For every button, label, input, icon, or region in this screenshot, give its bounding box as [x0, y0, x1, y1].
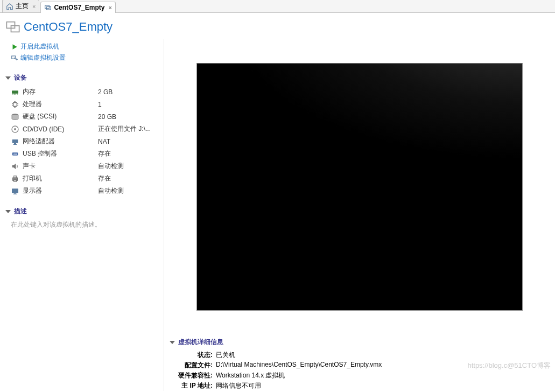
watermark: https://blog.c@51CTO博客 [467, 361, 551, 370]
power-on-link[interactable]: 开启此虚拟机 [11, 41, 160, 52]
device-label: 网络适配器 [23, 137, 98, 146]
device-label: 处理器 [23, 100, 98, 109]
device-label: 硬盘 (SCSI) [23, 112, 98, 121]
tab-vm[interactable]: CentOS7_Empty × [40, 2, 115, 13]
close-icon[interactable]: × [108, 4, 111, 11]
svg-rect-9 [17, 93, 17, 94]
network-icon [11, 137, 19, 146]
vm-icon [44, 4, 52, 11]
settings-icon [11, 54, 18, 62]
detail-label: 状态: [170, 351, 213, 360]
tab-home[interactable]: 主页 × [2, 0, 39, 12]
device-value: 20 GB [98, 113, 116, 121]
device-row-display[interactable]: 显示器 自动检测 [5, 185, 160, 197]
vm-header: CentOS7_Empty [0, 13, 555, 39]
device-value: 正在使用文件 J:\... [98, 124, 151, 134]
svg-rect-0 [45, 5, 50, 9]
device-label: CD/DVD (IDE) [23, 125, 98, 133]
svg-rect-1 [47, 6, 51, 10]
main-panel: 虚拟机详细信息 状态: 已关机 配置文件: D:\Virtual Machine… [164, 39, 555, 391]
memory-icon [11, 88, 19, 96]
tabs-bar: 主页 × CentOS7_Empty × [0, 0, 555, 13]
detail-label: 主 IP 地址: [170, 381, 213, 390]
chevron-down-icon [170, 341, 175, 344]
close-icon[interactable]: × [32, 3, 36, 10]
device-label: 声卡 [23, 162, 98, 171]
svg-rect-23 [14, 193, 16, 193]
device-value: 1 [98, 101, 102, 108]
detail-label: 配置文件: [170, 361, 213, 370]
chevron-down-icon [5, 76, 11, 80]
section-title: 设备 [14, 73, 27, 82]
device-row-usb[interactable]: USB USB 控制器 存在 [5, 148, 160, 160]
device-label: 显示器 [23, 186, 98, 195]
home-icon [6, 3, 13, 10]
device-label: 内存 [23, 87, 98, 96]
device-value: 自动检测 [98, 162, 124, 171]
section-title: 描述 [14, 207, 27, 216]
device-row-network[interactable]: 网络适配器 NAT [5, 135, 160, 148]
vm-title: CentOS7_Empty [24, 20, 113, 34]
svg-rect-6 [12, 93, 13, 94]
device-label: USB 控制器 [23, 149, 98, 158]
cpu-icon [11, 100, 19, 109]
device-row-cpu[interactable]: 处理器 1 [5, 98, 160, 110]
action-label: 编辑虚拟机设置 [20, 53, 66, 62]
preview-area [164, 39, 555, 333]
svg-rect-8 [16, 93, 16, 94]
svg-rect-10 [13, 102, 17, 106]
svg-rect-5 [12, 90, 18, 93]
vm-screen-preview[interactable] [196, 63, 523, 311]
svg-rect-20 [13, 176, 16, 177]
vm-header-icon [5, 19, 20, 34]
chevron-down-icon [5, 210, 11, 213]
device-row-disk[interactable]: 硬盘 (SCSI) 20 GB [5, 110, 160, 123]
svg-rect-15 [14, 143, 16, 144]
svg-rect-22 [12, 188, 18, 193]
svg-point-13 [15, 128, 16, 130]
svg-rect-16 [13, 144, 17, 144]
device-value: NAT [98, 138, 110, 145]
disk-icon [11, 113, 19, 121]
detail-value: 网络信息不可用 [216, 381, 261, 390]
detail-value: D:\Virtual Machines\CentOS_Empty\CentOS7… [216, 361, 382, 370]
device-value: 2 GB [98, 88, 113, 96]
edit-settings-link[interactable]: 编辑虚拟机设置 [11, 52, 160, 64]
section-title: 虚拟机详细信息 [178, 338, 223, 347]
detail-value: 已关机 [216, 351, 235, 360]
usb-icon: USB [11, 150, 19, 158]
svg-rect-21 [13, 180, 16, 181]
detail-label: 硬件兼容性: [170, 371, 213, 380]
printer-icon [11, 174, 19, 183]
sound-icon [11, 162, 19, 171]
display-icon [11, 187, 19, 195]
svg-text:USB: USB [13, 153, 18, 156]
device-value: 自动检测 [98, 186, 124, 195]
detail-compat: 硬件兼容性: Workstation 14.x 虚拟机 [170, 370, 555, 381]
action-label: 开启此虚拟机 [20, 42, 59, 51]
detail-ip: 主 IP 地址: 网络信息不可用 [170, 381, 555, 391]
device-row-printer[interactable]: 打印机 存在 [5, 172, 160, 185]
device-row-memory[interactable]: 内存 2 GB [5, 86, 160, 98]
play-icon [11, 43, 18, 51]
device-row-cd[interactable]: CD/DVD (IDE) 正在使用文件 J:\... [5, 123, 160, 135]
description-section-head[interactable]: 描述 [5, 207, 160, 216]
device-row-sound[interactable]: 声卡 自动检测 [5, 160, 160, 172]
detail-value: Workstation 14.x 虚拟机 [216, 371, 285, 380]
devices-section-head[interactable]: 设备 [5, 73, 160, 82]
device-label: 打印机 [23, 174, 98, 183]
svg-rect-24 [13, 193, 17, 194]
device-value: 存在 [98, 149, 111, 158]
description-placeholder[interactable]: 在此处键入对该虚拟机的描述。 [5, 219, 160, 229]
device-value: 存在 [98, 174, 111, 183]
cd-icon [11, 125, 19, 134]
detail-state: 状态: 已关机 [170, 350, 555, 360]
tab-label: CentOS7_Empty [54, 4, 104, 11]
tab-label: 主页 [16, 2, 29, 11]
sidebar: 开启此虚拟机 编辑虚拟机设置 设备 内存 2 GB 处理器 1 硬盘 (SCSI… [0, 39, 164, 391]
svg-rect-7 [14, 93, 15, 94]
details-section-head[interactable]: 虚拟机详细信息 [170, 338, 555, 347]
svg-rect-14 [12, 139, 18, 143]
